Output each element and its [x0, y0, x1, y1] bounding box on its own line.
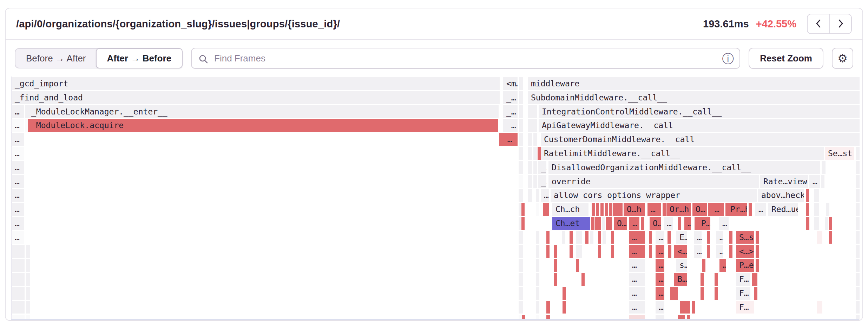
flame-frame[interactable] — [12, 273, 25, 286]
flame-frame[interactable]: … — [656, 273, 664, 286]
flame-frame[interactable]: … — [719, 217, 729, 230]
flame-frame[interactable] — [611, 231, 614, 244]
flame-frame[interactable] — [817, 231, 822, 244]
flame-frame[interactable] — [806, 189, 809, 202]
flame-frame[interactable] — [576, 245, 582, 258]
flame-frame[interactable]: … — [629, 315, 645, 321]
flame-frame[interactable] — [814, 189, 819, 202]
flame-frame[interactable] — [596, 203, 599, 216]
flame-frame[interactable]: _gcd_import — [12, 77, 500, 90]
flame-frame[interactable] — [756, 231, 759, 244]
flame-frame[interactable] — [675, 287, 678, 300]
settings-button[interactable]: ⚙ — [832, 48, 853, 69]
flame-frame[interactable] — [536, 287, 539, 300]
flame-frame[interactable] — [856, 273, 860, 286]
flame-frame[interactable] — [826, 203, 829, 216]
flame-frame[interactable]: _ModuleLock.acquire — [28, 119, 497, 132]
flame-frame[interactable]: … — [716, 245, 723, 258]
next-button[interactable] — [829, 14, 851, 33]
flame-frame[interactable]: … — [694, 245, 702, 258]
flame-frame[interactable]: … — [664, 217, 673, 230]
flame-frame[interactable] — [528, 147, 532, 160]
flame-frame[interactable] — [585, 231, 588, 244]
flame-frame[interactable]: override — [548, 175, 759, 188]
flame-frame[interactable] — [519, 147, 523, 160]
flame-frame[interactable] — [12, 287, 25, 300]
flame-frame[interactable]: _… — [503, 119, 518, 132]
flame-frame[interactable] — [856, 203, 860, 216]
flame-frame[interactable]: RatelimitMiddleware.__call__ — [541, 147, 824, 160]
flame-frame[interactable]: … — [684, 217, 691, 230]
flame-frame[interactable] — [598, 245, 601, 258]
flame-frame[interactable]: … — [647, 203, 661, 216]
flame-frame[interactable] — [707, 245, 710, 258]
flame-frame[interactable] — [856, 161, 860, 174]
flame-frame[interactable]: P…e — [736, 259, 754, 272]
flame-frame[interactable] — [519, 161, 523, 174]
flame-frame[interactable] — [687, 315, 690, 321]
flame-frame[interactable] — [519, 133, 523, 146]
flame-frame[interactable]: IntegrationControlMiddleware.__call__ — [539, 105, 860, 118]
flame-frame[interactable] — [749, 203, 752, 216]
flame-frame[interactable] — [592, 203, 595, 216]
flame-frame[interactable]: abov…heck — [758, 189, 804, 202]
flame-frame[interactable] — [856, 287, 860, 300]
flame-frame[interactable]: F… — [736, 287, 750, 300]
flame-frame[interactable]: CustomerDomainMiddleware.__call__ — [541, 133, 860, 146]
flame-frame[interactable] — [829, 231, 832, 244]
flame-frame[interactable]: middleware — [528, 77, 860, 90]
flame-frame[interactable] — [528, 105, 537, 118]
flame-frame[interactable] — [563, 301, 566, 314]
flame-frame[interactable]: Or…h — [666, 203, 691, 216]
flame-frame[interactable] — [26, 287, 30, 300]
flame-frame[interactable] — [695, 217, 698, 230]
flame-frame[interactable] — [576, 231, 582, 244]
flame-frame[interactable]: P…t — [698, 217, 710, 230]
flame-frame[interactable] — [536, 259, 539, 272]
flame-frame[interactable]: _find_and_load — [12, 91, 500, 104]
flame-frame[interactable]: O… — [650, 217, 661, 230]
flame-frame[interactable]: … — [656, 231, 664, 244]
info-icon[interactable]: ⓘ — [722, 53, 734, 65]
flame-frame[interactable] — [668, 231, 671, 244]
flame-frame[interactable]: … — [12, 161, 24, 174]
flame-frame[interactable] — [814, 203, 819, 216]
flame-frame[interactable]: <…> — [736, 245, 754, 258]
flame-frame[interactable] — [600, 203, 604, 216]
flame-frame[interactable]: … — [629, 217, 639, 230]
flame-frame[interactable]: … — [629, 259, 645, 272]
flame-frame[interactable] — [856, 175, 860, 188]
flame-frame[interactable] — [533, 161, 537, 174]
flame-frame[interactable]: … — [694, 231, 702, 244]
flame-frame[interactable] — [701, 273, 704, 286]
flame-frame[interactable] — [829, 217, 832, 230]
flame-frame[interactable] — [519, 77, 523, 90]
flame-frame[interactable]: O… — [614, 217, 627, 230]
flame-frame[interactable] — [25, 105, 28, 118]
segment-before-after[interactable]: Before → After — [15, 49, 97, 68]
flame-frame[interactable]: B… — [674, 273, 687, 286]
flame-frame[interactable]: DisallowedOrganizationMiddleware.__call_… — [548, 161, 820, 174]
flame-frame[interactable] — [495, 119, 498, 132]
flame-frame[interactable] — [649, 231, 652, 244]
flame-frame[interactable]: Se…st — [825, 147, 854, 160]
flame-frame[interactable] — [678, 217, 681, 230]
flame-frame[interactable] — [562, 231, 565, 244]
flame-frame[interactable] — [519, 287, 523, 300]
flame-frame[interactable]: … — [711, 203, 724, 216]
flame-frame[interactable] — [536, 273, 539, 286]
flame-frame[interactable] — [12, 245, 25, 258]
flame-frame[interactable] — [707, 231, 710, 244]
flame-frame[interactable] — [546, 315, 550, 321]
flame-frame[interactable] — [668, 245, 671, 258]
flame-frame[interactable]: … — [12, 133, 24, 146]
flame-frame[interactable]: … — [656, 315, 664, 321]
flame-frame[interactable] — [536, 203, 539, 216]
flame-frame[interactable]: F… — [736, 301, 754, 314]
find-frames-field[interactable]: ⓘ — [191, 48, 740, 69]
flame-frame[interactable] — [519, 301, 523, 314]
flame-frame[interactable] — [598, 231, 601, 244]
flame-frame[interactable]: … — [541, 189, 549, 202]
flame-frame[interactable] — [611, 245, 614, 258]
flame-frame[interactable] — [814, 217, 819, 230]
